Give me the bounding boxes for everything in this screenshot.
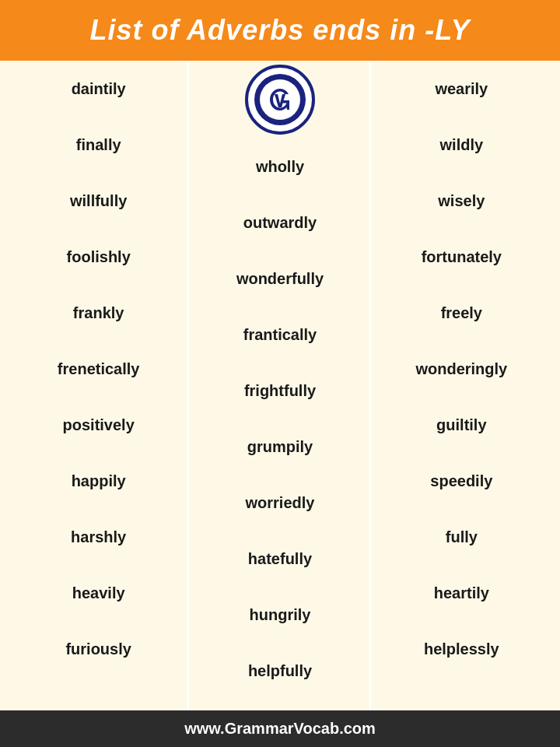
brand-logo: GRAMMARVOCAB bbox=[245, 65, 315, 135]
list-item: wonderfully bbox=[189, 251, 370, 307]
list-item: wholly bbox=[189, 139, 370, 195]
adverb-word: frantically bbox=[243, 326, 317, 344]
list-item: grumpily bbox=[189, 419, 370, 475]
list-item: harshly bbox=[8, 509, 189, 565]
adverb-word: willfully bbox=[70, 192, 127, 210]
adverb-word: grumpily bbox=[247, 438, 313, 456]
list-item: guiltily bbox=[371, 397, 552, 453]
list-item: fully bbox=[371, 509, 552, 565]
adverb-word: heartily bbox=[434, 584, 489, 602]
adverb-word: finally bbox=[76, 136, 121, 154]
adverb-word: wildly bbox=[440, 136, 484, 154]
adverb-word: helplessly bbox=[424, 640, 499, 658]
list-item: foolishly bbox=[8, 229, 189, 285]
adverb-word: fully bbox=[446, 528, 478, 546]
adverb-word: outwardly bbox=[243, 214, 317, 232]
list-item: finally bbox=[8, 117, 189, 173]
list-item: wearily bbox=[371, 61, 552, 117]
adverb-word: frankly bbox=[73, 304, 124, 322]
svg-text:GRAMMARVOCAB: GRAMMARVOCAB bbox=[266, 110, 294, 114]
list-item: fortunately bbox=[371, 229, 552, 285]
list-item: freely bbox=[371, 285, 552, 341]
adverb-word: guiltily bbox=[436, 416, 486, 434]
adverb-word: happily bbox=[72, 472, 126, 490]
list-item: outwardly bbox=[189, 195, 370, 251]
list-item: hungrily bbox=[189, 587, 370, 643]
list-item: wisely bbox=[371, 173, 552, 229]
list-item: frankly bbox=[8, 285, 189, 341]
list-item: frantically bbox=[189, 307, 370, 363]
adverb-word: hungrily bbox=[250, 606, 311, 624]
page-footer: www.GrammarVocab.com bbox=[0, 710, 560, 747]
adverb-word: harshly bbox=[71, 528, 126, 546]
adverb-word: helpfully bbox=[248, 662, 312, 680]
main-content: daintilyfinallywillfullyfoolishlyfrankly… bbox=[0, 61, 560, 710]
list-item: heavily bbox=[8, 565, 189, 621]
footer-url: www.GrammarVocab.com bbox=[184, 720, 376, 737]
list-item: positively bbox=[8, 397, 189, 453]
adverb-word: wonderingly bbox=[415, 360, 507, 378]
adverb-word: frenetically bbox=[58, 360, 140, 378]
svg-point-1 bbox=[260, 79, 300, 120]
adverb-word: freely bbox=[441, 304, 482, 322]
list-item: wildly bbox=[371, 117, 552, 173]
adverb-word: worriedly bbox=[246, 494, 315, 512]
list-item: willfully bbox=[8, 173, 189, 229]
list-item: worriedly bbox=[189, 475, 370, 531]
list-item: furiously bbox=[8, 621, 189, 677]
list-item: helpfully bbox=[189, 643, 370, 699]
column-3: wearilywildlywiselyfortunatelyfreelywond… bbox=[371, 61, 552, 710]
list-item: heartily bbox=[371, 565, 552, 621]
adverb-word: foolishly bbox=[67, 248, 131, 266]
list-item: frenetically bbox=[8, 341, 189, 397]
list-item: wonderingly bbox=[371, 341, 552, 397]
logo-cell: GRAMMARVOCAB bbox=[189, 61, 370, 139]
adverb-word: furiously bbox=[65, 640, 131, 658]
adverb-word: speedily bbox=[430, 472, 492, 490]
adverb-word: daintily bbox=[72, 80, 126, 98]
list-item: hatefully bbox=[189, 531, 370, 587]
adverb-word: wholly bbox=[256, 158, 304, 176]
list-item: daintily bbox=[8, 61, 189, 117]
adverb-word: heavily bbox=[72, 584, 125, 602]
list-item: helplessly bbox=[371, 621, 552, 677]
adverb-word: wearily bbox=[435, 80, 488, 98]
adverb-word: fortunately bbox=[422, 248, 502, 266]
list-item: frightfully bbox=[189, 363, 370, 419]
page-title: List of Adverbs ends in -LY bbox=[16, 14, 544, 47]
list-item: happily bbox=[8, 453, 189, 509]
adverb-word: hatefully bbox=[248, 550, 312, 568]
adverb-word: positively bbox=[63, 416, 135, 434]
column-2: GRAMMARVOCAB whollyoutwardlywonderfullyf… bbox=[189, 61, 370, 710]
page-header: List of Adverbs ends in -LY bbox=[0, 0, 560, 61]
list-item: speedily bbox=[371, 453, 552, 509]
column-1: daintilyfinallywillfullyfoolishlyfrankly… bbox=[8, 61, 189, 710]
adverb-word: wisely bbox=[438, 192, 485, 210]
adverb-word: wonderfully bbox=[236, 270, 324, 288]
adverb-word: frightfully bbox=[244, 382, 316, 400]
word-grid: daintilyfinallywillfullyfoolishlyfrankly… bbox=[0, 61, 560, 710]
